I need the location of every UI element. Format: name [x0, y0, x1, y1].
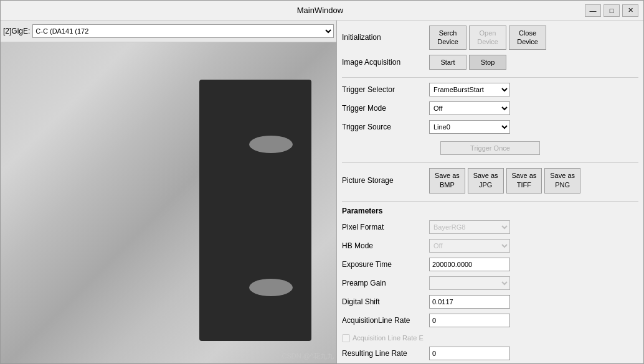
- exposure-time-row: Exposure Time: [342, 258, 638, 271]
- trigger-source-row: Trigger Source Line0: [342, 120, 638, 134]
- trigger-selector-select[interactable]: FrameBurstStart: [429, 83, 510, 96]
- trigger-source-label: Trigger Source: [342, 123, 429, 131]
- trigger-once-button[interactable]: Trigger Once: [440, 141, 540, 155]
- trigger-once-row: Trigger Once: [342, 141, 638, 155]
- main-window: MainWindow — □ ✕ [2]GigE: C-C (DA141 (17…: [0, 0, 644, 364]
- resulting-line-rate-label: Resulting Line Rate: [342, 349, 429, 358]
- hb-mode-controls: Off: [429, 239, 510, 253]
- resulting-line-rate-row: Resulting Line Rate: [342, 347, 638, 360]
- oval-slot-bottom: [249, 279, 293, 296]
- preamp-gain-row: Preamp Gain: [342, 276, 638, 290]
- save-tiff-button[interactable]: Save as TIFF: [506, 168, 542, 194]
- trigger-source-select[interactable]: Line0: [429, 120, 510, 134]
- acquisition-line-rate-controls: [429, 314, 510, 327]
- minimize-button[interactable]: —: [585, 4, 601, 17]
- trigger-selector-label: Trigger Selector: [342, 85, 429, 94]
- window-controls: — □ ✕: [585, 4, 638, 17]
- acquisition-line-rate-input[interactable]: [429, 314, 510, 327]
- acquisition-line-rate-label: AcquisitionLine Rate: [342, 316, 429, 325]
- resulting-line-rate-input[interactable]: [429, 347, 510, 360]
- search-device-button[interactable]: Serch Device: [429, 26, 466, 50]
- trigger-mode-controls: Off: [429, 101, 510, 115]
- exposure-time-controls: [429, 258, 510, 271]
- preamp-gain-controls: [429, 276, 510, 290]
- pixel-format-controls: BayerRG8: [429, 220, 510, 234]
- pixel-format-label: Pixel Format: [342, 223, 429, 231]
- picture-storage-label: Picture Storage: [342, 176, 429, 185]
- window-title: MainWindow: [55, 6, 585, 15]
- acquisition-line-rate-row: AcquisitionLine Rate: [342, 314, 638, 327]
- trigger-mode-row: Trigger Mode Off: [342, 101, 638, 115]
- initialization-label: Initialization: [342, 33, 429, 42]
- maximize-button[interactable]: □: [604, 4, 620, 17]
- device-select[interactable]: C-C (DA141 (172: [32, 24, 334, 38]
- preamp-gain-label: Preamp Gain: [342, 279, 429, 287]
- preamp-gain-select[interactable]: [429, 276, 510, 290]
- resulting-line-rate-controls: [429, 347, 510, 360]
- digital-shift-label: Digital Shift: [342, 297, 429, 306]
- trigger-selector-row: Trigger Selector FrameBurstStart: [342, 83, 638, 96]
- exposure-time-input[interactable]: [429, 258, 510, 271]
- oval-slot-top: [249, 136, 293, 153]
- image-acquisition-label: Image Acquisition: [342, 58, 429, 67]
- close-device-button[interactable]: Close Device: [509, 26, 546, 50]
- main-content: [2]GigE: C-C (DA141 (172 CSDN @^花九九: [1, 21, 643, 363]
- device-label: [2]GigE:: [3, 27, 30, 35]
- stop-button[interactable]: Stop: [469, 55, 506, 70]
- initialization-row: Initialization Serch Device Open Device …: [342, 26, 638, 50]
- acquisition-line-rate-enable-checkbox[interactable]: [342, 334, 350, 342]
- open-device-button[interactable]: Open Device: [469, 26, 506, 50]
- device-selector-row: [2]GigE: C-C (DA141 (172: [1, 21, 336, 42]
- hb-mode-select[interactable]: Off: [429, 239, 510, 253]
- trigger-mode-select[interactable]: Off: [429, 101, 510, 115]
- close-button[interactable]: ✕: [622, 4, 638, 17]
- camera-image: [1, 42, 336, 363]
- acquisition-line-rate-enable-label: Acquisition Line Rate E: [353, 334, 424, 342]
- image-acquisition-controls: Start Stop: [429, 55, 506, 70]
- left-panel: [2]GigE: C-C (DA141 (172 CSDN @^花九九: [1, 21, 337, 363]
- title-bar: MainWindow — □ ✕: [1, 1, 643, 21]
- pixel-format-row: Pixel Format BayerRG8: [342, 220, 638, 234]
- image-acquisition-row: Image Acquisition Start Stop: [342, 55, 638, 70]
- save-png-button[interactable]: Save as PNG: [544, 168, 580, 194]
- digital-shift-row: Digital Shift: [342, 295, 638, 309]
- digital-shift-input[interactable]: [429, 295, 510, 309]
- dark-box: [199, 80, 311, 341]
- acquisition-line-rate-enable-row: Acquisition Line Rate E: [342, 334, 638, 342]
- parameters-title: Parameters: [342, 207, 638, 215]
- exposure-time-label: Exposure Time: [342, 260, 429, 269]
- save-bmp-button[interactable]: Save as BMP: [429, 168, 465, 194]
- digital-shift-controls: [429, 295, 510, 309]
- pixel-format-select[interactable]: BayerRG8: [429, 220, 510, 234]
- trigger-selector-controls: FrameBurstStart: [429, 83, 510, 96]
- save-jpg-button[interactable]: Save as JPG: [468, 168, 504, 194]
- right-panel: Initialization Serch Device Open Device …: [337, 21, 643, 363]
- picture-storage-buttons: Save as BMP Save as JPG Save as TIFF Sav…: [429, 168, 580, 194]
- trigger-source-controls: Line0: [429, 120, 510, 134]
- hb-mode-row: HB Mode Off: [342, 239, 638, 253]
- initialization-controls: Serch Device Open Device Close Device: [429, 26, 546, 50]
- trigger-mode-label: Trigger Mode: [342, 104, 429, 113]
- hb-mode-label: HB Mode: [342, 241, 429, 250]
- camera-feed: CSDN @^花九九: [1, 42, 336, 363]
- picture-storage-row: Picture Storage Save as BMP Save as JPG …: [342, 168, 638, 194]
- start-button[interactable]: Start: [429, 55, 466, 70]
